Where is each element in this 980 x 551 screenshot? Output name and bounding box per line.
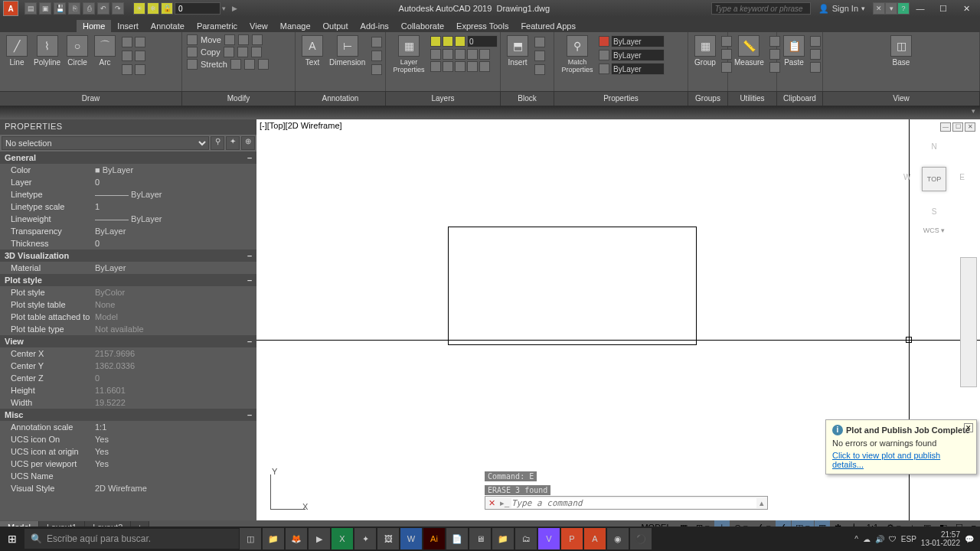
illustrator-icon[interactable]: Ai [423, 528, 445, 549]
notif-details-link[interactable]: Click to view plot and publish details..… [832, 451, 970, 469]
minimize-button[interactable]: — [910, 2, 931, 15]
prop-linetype-value[interactable]: ———— ByLayer [95, 190, 256, 199]
tray-clock[interactable]: 21:5713-01-2022 [921, 530, 960, 547]
panel-title-annotation[interactable]: Annotation [296, 92, 386, 106]
group-button[interactable]: ▦Group [691, 34, 719, 75]
sun-icon[interactable]: ☀ [133, 2, 145, 15]
panel-title-layers[interactable]: Layers [386, 92, 501, 106]
trim-icon[interactable] [238, 34, 249, 45]
selection-dropdown[interactable]: No selection [2, 136, 209, 150]
app6-icon[interactable]: 🗂 [515, 528, 537, 549]
plot-icon[interactable]: ⎙ [83, 2, 95, 15]
lineweight-select[interactable] [611, 49, 665, 61]
layer-tool-icon[interactable] [455, 49, 466, 60]
polyline-button[interactable]: ⌇Polyline [31, 34, 64, 78]
drawing-canvas[interactable]: [-][Top][2D Wireframe] — ☐ ✕ Y X N W TOP… [256, 119, 980, 520]
explorer2-icon[interactable]: 📁 [492, 528, 514, 549]
saveas-icon[interactable]: ⎘ [68, 2, 80, 15]
current-layer-select[interactable] [467, 35, 498, 47]
viewcube-wcs[interactable]: WCS ▾ [923, 227, 946, 234]
redo-icon[interactable]: ↷ [112, 2, 124, 15]
draw-tool-icon[interactable] [122, 51, 132, 61]
viewcube[interactable]: N W TOP E S WCS ▾ [903, 142, 965, 234]
attr-icon[interactable] [534, 64, 545, 75]
pickadd-icon[interactable]: ⊕ [241, 136, 255, 150]
tray-volume-icon[interactable]: 🔊 [875, 535, 884, 543]
copy-button[interactable]: Copy [185, 46, 292, 58]
line-button[interactable]: ╱Line [3, 34, 31, 78]
prop-cz-value[interactable]: 0 [95, 373, 256, 383]
edit-block-icon[interactable] [534, 51, 545, 61]
tray-up-icon[interactable]: ^ [854, 535, 858, 543]
cat-misc[interactable]: Misc– [0, 409, 256, 421]
app2-icon[interactable]: ✦ [354, 528, 376, 549]
prop-pst-value[interactable]: None [95, 300, 256, 309]
save-icon[interactable]: 💾 [54, 2, 66, 15]
rotate-icon[interactable] [224, 34, 235, 45]
viewcube-e[interactable]: E [959, 173, 965, 181]
chrome-icon[interactable]: ◉ [607, 528, 629, 549]
match-properties-button[interactable]: ⚲Match Properties [557, 34, 597, 77]
exchange-icon[interactable]: ✕ [873, 2, 885, 15]
leader-icon[interactable] [371, 37, 382, 47]
open-icon[interactable]: ▣ [39, 2, 51, 15]
cmd-close-icon[interactable]: ✕ [485, 498, 498, 508]
prop-width-value[interactable]: 19.5222 [95, 398, 256, 407]
color-select[interactable] [611, 35, 665, 47]
prop-cx-value[interactable]: 2157.9696 [95, 349, 256, 358]
panel-title-draw[interactable]: Draw [0, 92, 182, 106]
panel-title-modify[interactable]: Modify [182, 92, 296, 106]
help-search-input[interactable] [711, 2, 811, 15]
powerpoint-icon[interactable]: P [561, 528, 583, 549]
viewcube-top[interactable]: TOP [922, 167, 946, 191]
tab-insert[interactable]: Insert [111, 20, 145, 32]
app3-icon[interactable]: 🖼 [377, 528, 399, 549]
linetype-select[interactable] [611, 63, 665, 75]
ribbon-collapse-strip[interactable] [0, 106, 980, 119]
freeze-icon[interactable] [443, 36, 453, 47]
tray-notifications-icon[interactable]: 💬 [965, 535, 974, 543]
ucs-icon[interactable] [267, 474, 305, 513]
draw-tool-icon[interactable] [122, 37, 132, 47]
taskbar-search[interactable]: 🔍Escribe aquí para buscar. [24, 529, 239, 549]
cat-3d[interactable]: 3D Visualization– [0, 249, 256, 262]
layer-tool-icon[interactable] [455, 61, 466, 72]
tray-cloud-icon[interactable]: ☁ [863, 535, 871, 543]
new-icon[interactable]: ▤ [24, 2, 37, 15]
prop-visualstyle-value[interactable]: 2D Wireframe [95, 484, 256, 493]
viewcube-n[interactable]: N [931, 142, 936, 151]
start-button[interactable]: ⊞ [0, 527, 24, 551]
navigation-bar[interactable] [960, 257, 977, 387]
excel-icon[interactable]: X [332, 528, 353, 549]
tab-home[interactable]: Home [77, 20, 111, 32]
command-input[interactable] [511, 498, 756, 508]
table-icon[interactable] [371, 51, 382, 61]
app-icon[interactable]: ▶ [309, 528, 330, 549]
tool-icon[interactable] [252, 34, 263, 45]
viewport-label[interactable]: [-][Top][2D Wireframe] [260, 121, 342, 130]
select-objects-icon[interactable]: ✦ [226, 136, 240, 150]
prop-thickness-value[interactable]: 0 [95, 239, 256, 248]
insert-button[interactable]: ⬒Insert [504, 34, 531, 78]
layer-tool-icon[interactable] [443, 49, 453, 60]
tray-lang[interactable]: ESP [901, 535, 916, 543]
prop-height-value[interactable]: 11.6601 [95, 386, 256, 395]
notif-close-button[interactable]: ✕ [964, 423, 973, 432]
tool-icon[interactable] [251, 47, 262, 57]
undo-icon[interactable]: ↶ [97, 2, 109, 15]
linetype-icon[interactable] [599, 64, 609, 74]
sign-in[interactable]: 👤 Sign In ▾ [818, 4, 865, 14]
prop-color-value[interactable]: ■ ByLayer [95, 165, 256, 174]
lock-icon[interactable]: 🔒 [161, 2, 173, 15]
draw-tool-icon[interactable] [135, 64, 145, 75]
layer-tool-icon[interactable] [443, 61, 453, 72]
app-store-icon[interactable]: ▾ [885, 2, 897, 15]
tab-annotate[interactable]: Annotate [145, 20, 191, 32]
draw-tool-icon[interactable] [122, 64, 132, 75]
drawn-rectangle[interactable] [448, 227, 697, 345]
maximize-button[interactable]: ☐ [933, 2, 954, 15]
move-button[interactable]: Move [185, 34, 292, 46]
base-button[interactable]: ◫Base [826, 34, 976, 68]
color-swatch-icon[interactable] [599, 36, 609, 47]
prop-lineweight-value[interactable]: ———— ByLayer [95, 214, 256, 223]
